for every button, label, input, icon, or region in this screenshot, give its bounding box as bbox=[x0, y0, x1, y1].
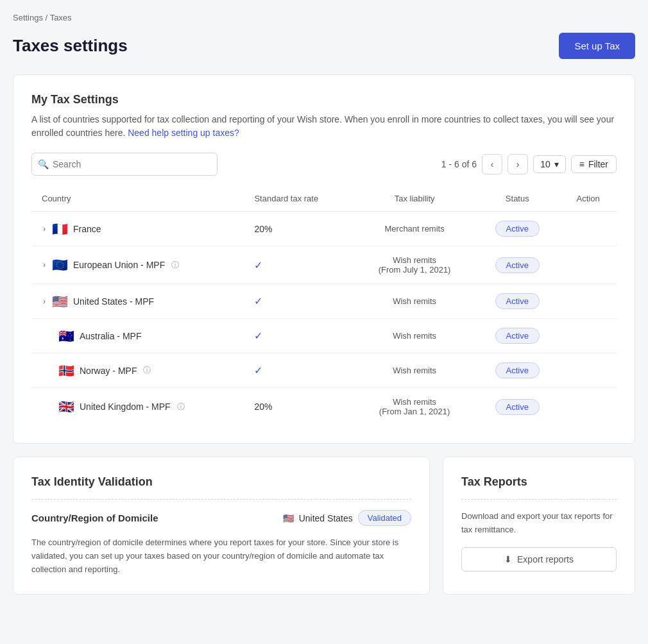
next-page-button[interactable]: › bbox=[507, 154, 528, 174]
country-name: Norway - MPF bbox=[80, 366, 137, 376]
tax-liability-line1: Wish remits bbox=[393, 397, 436, 407]
tax-liability-cell: Wish remits bbox=[354, 353, 475, 388]
chevron-down-icon: ▾ bbox=[554, 159, 559, 169]
breadcrumb-settings[interactable]: Settings bbox=[13, 13, 43, 22]
per-page-value: 10 bbox=[540, 159, 550, 169]
filter-label: Filter bbox=[588, 159, 608, 169]
domicile-label: Country/Region of Domicile bbox=[31, 513, 158, 523]
filter-button[interactable]: ≡ Filter bbox=[571, 155, 617, 173]
country-name: France bbox=[73, 224, 101, 234]
search-icon: 🔍 bbox=[38, 159, 49, 169]
country-flag: 🇺🇸 bbox=[52, 294, 68, 309]
validated-badge: Validated bbox=[358, 510, 411, 526]
tax-liability-cell: Wish remits(From July 1, 2021) bbox=[354, 246, 475, 284]
status-badge: Active bbox=[495, 257, 540, 273]
country-cell: › 🇫🇷 France bbox=[42, 221, 234, 237]
standard-tax-rate-cell: 20% bbox=[244, 388, 354, 426]
download-icon: ⬇ bbox=[504, 554, 512, 564]
tax-reports-divider bbox=[461, 499, 617, 500]
checkmark-icon: ✓ bbox=[254, 260, 262, 271]
tax-liability-cell: Wish remits(From Jan 1, 2021) bbox=[354, 388, 475, 426]
table-row: 🇬🇧 United Kingdom - MPF ⓘ 20% Wish remit… bbox=[31, 388, 617, 426]
status-badge: Active bbox=[495, 399, 540, 415]
info-icon[interactable]: ⓘ bbox=[177, 402, 185, 412]
table-controls: 🔍 1 - 6 of 6 ‹ › 10 ▾ ≡ Filter bbox=[31, 153, 617, 176]
standard-tax-rate-cell: ✓ bbox=[244, 319, 354, 353]
col-status: Status bbox=[475, 186, 559, 212]
domicile-description: The country/region of domicile determine… bbox=[31, 536, 411, 576]
tax-liability-line2: (From July 1, 2021) bbox=[379, 265, 451, 275]
tax-settings-description: A list of countries supported for tax co… bbox=[31, 113, 617, 140]
col-standard-tax-rate: Standard tax rate bbox=[244, 186, 354, 212]
row-expand-button[interactable]: › bbox=[42, 259, 47, 271]
status-badge: Active bbox=[495, 328, 540, 344]
action-cell bbox=[559, 284, 617, 319]
setup-tax-button[interactable]: Set up Tax bbox=[559, 33, 635, 59]
standard-tax-rate-cell: ✓ bbox=[244, 284, 354, 319]
action-cell bbox=[559, 319, 617, 353]
col-action: Action bbox=[559, 186, 617, 212]
tax-settings-title: My Tax Settings bbox=[31, 93, 617, 106]
action-cell bbox=[559, 246, 617, 284]
tax-identity-title: Tax Identity Validation bbox=[31, 475, 411, 489]
status-cell: Active bbox=[475, 246, 559, 284]
domicile-value: 🇺🇸 United States Validated bbox=[283, 510, 411, 526]
breadcrumb-taxes: Taxes bbox=[50, 13, 72, 22]
tax-rate-value: 20% bbox=[254, 402, 272, 412]
status-cell: Active bbox=[475, 319, 559, 353]
checkmark-icon: ✓ bbox=[254, 365, 262, 376]
divider bbox=[31, 499, 411, 500]
status-badge: Active bbox=[495, 293, 540, 309]
tax-liability-value: Wish remits bbox=[393, 331, 436, 341]
domicile-country: United States bbox=[299, 513, 353, 523]
domicile-flag: 🇺🇸 bbox=[283, 513, 294, 523]
tax-settings-card: My Tax Settings A list of countries supp… bbox=[13, 74, 635, 444]
standard-tax-rate-cell: 20% bbox=[244, 212, 354, 246]
tax-liability-value: Wish remits bbox=[393, 296, 436, 306]
page-title: Taxes settings bbox=[13, 36, 128, 56]
country-cell: › 🇺🇸 United States - MPF bbox=[42, 294, 234, 309]
table-row: › 🇫🇷 France 20% Merchant remits Active bbox=[31, 212, 617, 246]
checkmark-icon: ✓ bbox=[254, 330, 262, 341]
export-label: Export reports bbox=[517, 554, 574, 564]
standard-tax-rate-cell: ✓ bbox=[244, 246, 354, 284]
status-cell: Active bbox=[475, 212, 559, 246]
table-row: 🇦🇺 Australia - MPF ✓ Wish remits Active bbox=[31, 319, 617, 353]
table-row: › 🇺🇸 United States - MPF ✓ Wish remits A… bbox=[31, 284, 617, 319]
info-icon[interactable]: ⓘ bbox=[171, 260, 179, 271]
country-cell: 🇬🇧 United Kingdom - MPF ⓘ bbox=[42, 399, 234, 414]
action-cell bbox=[559, 212, 617, 246]
action-cell bbox=[559, 388, 617, 426]
help-link[interactable]: Need help setting up taxes? bbox=[128, 128, 239, 138]
status-badge: Active bbox=[495, 221, 540, 237]
tax-identity-card: Tax Identity Validation Country/Region o… bbox=[13, 457, 430, 595]
table-row: 🇳🇴 Norway - MPF ⓘ ✓ Wish remits Active bbox=[31, 353, 617, 388]
row-expand-button[interactable]: › bbox=[42, 223, 47, 235]
tax-liability-line2: (From Jan 1, 2021) bbox=[379, 407, 450, 416]
bottom-section: Tax Identity Validation Country/Region o… bbox=[13, 457, 635, 595]
pagination-info: 1 - 6 of 6 bbox=[441, 159, 477, 169]
tax-liability-value: Merchant remits bbox=[385, 224, 445, 233]
country-name: Australia - MPF bbox=[80, 331, 141, 341]
col-tax-liability: Tax liability bbox=[354, 186, 475, 212]
pagination-controls: 1 - 6 of 6 ‹ › 10 ▾ ≡ Filter bbox=[441, 154, 617, 174]
country-cell: 🇳🇴 Norway - MPF ⓘ bbox=[42, 363, 234, 378]
tax-reports-card: Tax Reports Download and export your tax… bbox=[443, 457, 635, 595]
country-name: European Union - MPF bbox=[73, 260, 165, 270]
export-reports-button[interactable]: ⬇ Export reports bbox=[461, 547, 617, 572]
breadcrumb: Settings / Taxes bbox=[13, 13, 635, 22]
per-page-select[interactable]: 10 ▾ bbox=[533, 155, 566, 173]
row-expand-button[interactable]: › bbox=[42, 296, 47, 307]
country-cell: › 🇪🇺 European Union - MPF ⓘ bbox=[42, 257, 234, 273]
info-icon[interactable]: ⓘ bbox=[143, 365, 151, 376]
checkmark-icon: ✓ bbox=[254, 296, 262, 307]
country-name: United Kingdom - MPF bbox=[80, 402, 171, 412]
prev-page-button[interactable]: ‹ bbox=[482, 154, 502, 174]
search-input[interactable] bbox=[31, 153, 217, 176]
country-flag: 🇫🇷 bbox=[52, 221, 68, 237]
country-flag: 🇪🇺 bbox=[52, 257, 68, 273]
tax-liability-cell: Wish remits bbox=[354, 284, 475, 319]
tax-rate-value: 20% bbox=[254, 224, 272, 234]
country-name: United States - MPF bbox=[73, 296, 154, 307]
status-cell: Active bbox=[475, 284, 559, 319]
